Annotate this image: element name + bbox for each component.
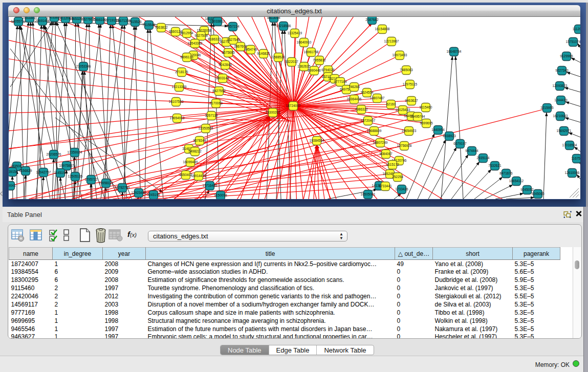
svg-text:16505001: 16505001 [361, 192, 376, 196]
svg-text:12610046: 12610046 [565, 171, 580, 174]
svg-text:15716485: 15716485 [203, 184, 217, 187]
svg-text:16495744: 16495744 [410, 115, 425, 118]
svg-text:10958117: 10958117 [99, 181, 114, 185]
svg-text:20206576: 20206576 [47, 152, 61, 156]
svg-text:9699695: 9699695 [420, 121, 433, 125]
svg-text:12093823: 12093823 [553, 84, 568, 87]
svg-text:1362615: 1362615 [297, 64, 311, 68]
svg-text:10756928: 10756928 [397, 144, 412, 147]
svg-text:8813054: 8813054 [267, 17, 280, 19]
svg-text:9463627: 9463627 [405, 99, 418, 102]
svg-text:16640910: 16640910 [297, 40, 312, 44]
svg-text:9245052: 9245052 [520, 188, 534, 191]
svg-text:7955812: 7955812 [313, 58, 326, 62]
svg-text:7632621: 7632621 [488, 164, 502, 167]
svg-text:3624554: 3624554 [360, 91, 374, 94]
svg-text:2718176: 2718176 [175, 70, 188, 74]
svg-text:9896133: 9896133 [180, 55, 193, 59]
svg-text:7515526: 7515526 [128, 20, 142, 24]
svg-text:1650402: 1650402 [179, 173, 192, 177]
svg-text:16107553: 16107553 [169, 100, 184, 103]
svg-text:14055712: 14055712 [11, 19, 26, 23]
svg-text:12213967: 12213967 [384, 39, 399, 43]
svg-text:1588520: 1588520 [272, 55, 285, 59]
svg-text:3267110: 3267110 [205, 114, 218, 117]
svg-text:8186323: 8186323 [208, 37, 221, 41]
svg-text:116753: 116753 [571, 157, 580, 160]
svg-text:252254: 252254 [392, 175, 403, 179]
svg-text:9115460: 9115460 [420, 105, 432, 109]
svg-text:16154808: 16154808 [375, 27, 390, 31]
svg-text:1733441: 1733441 [379, 184, 392, 188]
svg-text:20691406: 20691406 [35, 19, 50, 23]
svg-text:2170063: 2170063 [209, 101, 223, 105]
svg-text:10975887: 10975887 [59, 164, 74, 167]
svg-text:12942757: 12942757 [36, 170, 51, 174]
svg-text:9327546: 9327546 [227, 38, 240, 41]
svg-text:10025433: 10025433 [396, 108, 410, 112]
svg-text:746266: 746266 [349, 85, 360, 89]
svg-text:62160: 62160 [386, 102, 396, 106]
svg-text:2935114: 2935114 [477, 156, 490, 160]
svg-text:1145194: 1145194 [54, 171, 67, 174]
svg-text:9129966: 9129966 [560, 54, 573, 58]
svg-text:16210643: 16210643 [553, 114, 568, 118]
svg-text:9777169: 9777169 [334, 80, 347, 83]
svg-text:11325419: 11325419 [288, 31, 302, 35]
svg-text:15692971: 15692971 [557, 129, 572, 133]
svg-text:5498222: 5498222 [188, 149, 202, 153]
svg-text:9227343: 9227343 [555, 69, 569, 72]
svg-text:15751074: 15751074 [566, 40, 580, 43]
svg-text:10807487: 10807487 [370, 96, 385, 100]
svg-text:1156829: 1156829 [19, 169, 32, 172]
svg-text:9474444: 9474444 [465, 149, 478, 152]
svg-text:7357224: 7357224 [226, 25, 239, 28]
svg-text:16914479: 16914479 [191, 174, 206, 178]
svg-text:12353594: 12353594 [199, 126, 213, 130]
svg-text:7663822: 7663822 [155, 26, 168, 29]
svg-text:9242848: 9242848 [219, 63, 232, 67]
svg-text:2087682: 2087682 [365, 18, 379, 21]
svg-text:10654112: 10654112 [509, 179, 524, 183]
svg-text:8912954: 8912954 [180, 31, 193, 35]
svg-text:1527602: 1527602 [81, 17, 95, 21]
svg-text:19654913: 19654913 [170, 116, 185, 120]
svg-text:8471676: 8471676 [499, 171, 513, 175]
svg-text:7986322: 7986322 [355, 107, 368, 111]
svg-text:19218586: 19218586 [276, 24, 291, 28]
svg-text:339041: 339041 [9, 184, 16, 187]
svg-text:18724007: 18724007 [286, 104, 301, 107]
svg-text:2803144: 2803144 [216, 76, 229, 80]
svg-text:7515546: 7515546 [142, 23, 156, 27]
svg-text:9327503: 9327503 [194, 34, 208, 37]
svg-text:12213389: 12213389 [172, 85, 187, 89]
svg-text:9150098: 9150098 [214, 193, 227, 197]
svg-text:9245198: 9245198 [147, 193, 160, 196]
svg-text:16961758: 16961758 [304, 50, 319, 54]
svg-text:8454749: 8454749 [244, 48, 257, 51]
svg-text:19654923: 19654923 [402, 129, 417, 133]
svg-text:8938923: 8938923 [443, 134, 456, 138]
svg-text:17359924: 17359924 [68, 150, 82, 154]
svg-text:16099489: 16099489 [183, 160, 198, 164]
svg-text:12975115: 12975115 [403, 82, 418, 86]
svg-text:8990448: 8990448 [308, 69, 321, 72]
svg-text:16033812: 16033812 [210, 19, 225, 23]
svg-text:1440954: 1440954 [431, 128, 445, 132]
svg-text:1615172: 1615172 [386, 163, 399, 166]
svg-text:9146821: 9146821 [257, 52, 270, 55]
svg-text:1112075: 1112075 [573, 27, 580, 31]
svg-text:16782759: 16782759 [115, 186, 130, 189]
svg-text:16648784: 16648784 [447, 50, 462, 53]
svg-text:9084067: 9084067 [379, 152, 393, 156]
svg-text:19384554: 19384554 [310, 139, 324, 142]
svg-text:10973493: 10973493 [393, 53, 407, 57]
svg-text:20364436: 20364436 [347, 97, 362, 101]
svg-text:7485063: 7485063 [400, 68, 413, 72]
svg-text:17016504: 17016504 [562, 143, 577, 147]
svg-text:8427552: 8427552 [212, 89, 226, 93]
svg-text:12505135: 12505135 [68, 174, 83, 178]
svg-text:1795722: 1795722 [84, 178, 98, 181]
svg-text:6794028: 6794028 [321, 68, 335, 72]
svg-text:18807249: 18807249 [373, 141, 388, 144]
